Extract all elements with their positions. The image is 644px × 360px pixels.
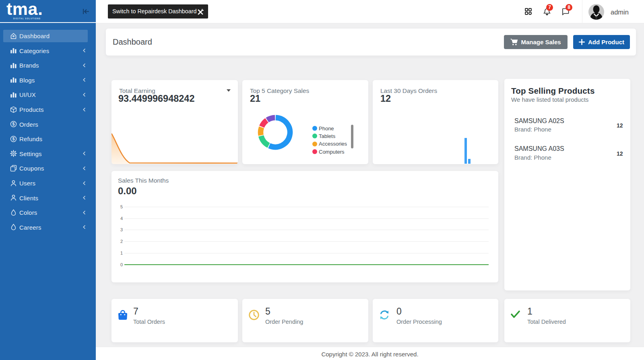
svg-text:$: $ xyxy=(12,121,15,126)
svg-text:$: $ xyxy=(12,136,15,141)
